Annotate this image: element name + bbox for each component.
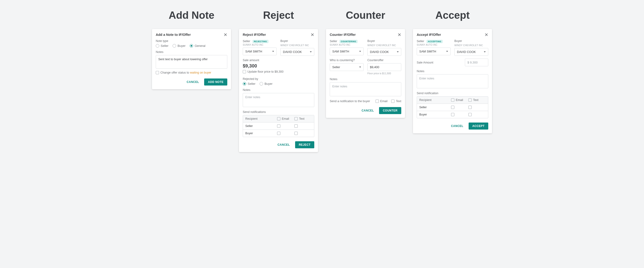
update-floor-label: Update floor price to $9,300 xyxy=(248,70,284,73)
seller-label: Seller xyxy=(330,40,337,43)
who-countering-select[interactable]: Seller xyxy=(330,63,364,71)
notif-seller-text-checkbox[interactable] xyxy=(294,124,298,128)
seller-selected: SAM SMITH xyxy=(245,50,262,53)
buyer-select[interactable]: DAVID COOK xyxy=(280,48,314,56)
chevron-down-icon xyxy=(310,51,312,53)
counteroffer-input[interactable]: $9,400 xyxy=(367,63,401,71)
rejected-by-buyer-radio[interactable]: Buyer xyxy=(260,82,272,85)
note-type-general-radio[interactable]: General xyxy=(190,44,205,48)
rejecting-badge: REJECTING xyxy=(252,40,268,43)
cancel-button[interactable]: CANCEL xyxy=(185,80,200,84)
cancel-button[interactable]: CANCEL xyxy=(276,143,291,147)
notif-buyer-email-checkbox[interactable] xyxy=(451,113,454,116)
buyer-selected: DAVID COOK xyxy=(370,50,389,54)
notes-textarea[interactable]: Enter notes xyxy=(417,74,488,88)
rejected-by-label: Rejected by xyxy=(243,77,314,81)
notify-email-label: Email xyxy=(380,100,388,103)
seller-select[interactable]: SAM SMITH xyxy=(243,48,277,55)
counter-button[interactable]: COUNTER xyxy=(379,107,401,114)
status-checkbox-prefix: Change offer status to xyxy=(160,71,190,74)
notes-textarea[interactable]: Enter notes xyxy=(330,82,401,96)
notify-text-label: Text xyxy=(396,100,401,103)
send-notification-label: Send a notification to the buyer xyxy=(330,100,370,103)
status-checkbox-highlight: waiting on buyer xyxy=(190,71,211,74)
floor-price-helper: Floor price is $11,500 xyxy=(367,72,401,75)
chevron-down-icon xyxy=(359,67,361,68)
accept-button[interactable]: ACCEPT xyxy=(468,122,488,129)
notif-buyer-text-checkbox[interactable] xyxy=(294,132,298,135)
column-title-accept: Accept xyxy=(413,9,492,21)
who-countering-selected: Seller xyxy=(332,65,340,69)
close-icon[interactable] xyxy=(224,33,227,37)
change-offer-status-checkbox[interactable]: Change offer status to waiting on buyer xyxy=(156,71,211,74)
buyer-label: Buyer xyxy=(280,39,314,43)
notif-email-all-checkbox[interactable] xyxy=(451,98,454,102)
note-type-label: Note type xyxy=(156,39,227,43)
reject-button[interactable]: REJECT xyxy=(295,141,314,148)
note-type-buyer-radio[interactable]: Buyer xyxy=(172,44,186,48)
notifications-table: Recipient Email Text Seller Buyer xyxy=(243,115,314,137)
radio-label: General xyxy=(194,44,205,48)
notif-col-text: Text xyxy=(473,98,478,102)
close-icon[interactable] xyxy=(484,33,488,37)
reject-title: Reject IF/Offer xyxy=(243,33,266,37)
notif-seller-email-checkbox[interactable] xyxy=(277,124,280,128)
add-note-button[interactable]: ADD NOTE xyxy=(204,78,227,85)
seller-org: SUNNY AUTO INC xyxy=(417,44,450,46)
notes-label: Notes xyxy=(330,78,401,81)
accept-title: Accept IF/Offer xyxy=(417,33,441,37)
notif-col-email: Email xyxy=(456,98,463,102)
notes-label: Notes xyxy=(243,88,314,92)
accepting-badge: ACCEPTING xyxy=(426,40,443,43)
radio-label: Seller xyxy=(248,82,255,85)
notif-seller-email-checkbox[interactable] xyxy=(451,106,454,109)
chevron-down-icon xyxy=(272,51,274,52)
radio-label: Buyer xyxy=(264,82,272,85)
column-title-reject: Reject xyxy=(239,9,318,21)
send-notifications-label: Send notifications xyxy=(243,110,314,114)
seller-select[interactable]: SAM SMITH xyxy=(330,48,364,55)
note-type-seller-radio[interactable]: Seller xyxy=(156,44,168,48)
notes-textarea[interactable]: Enter notes xyxy=(243,93,314,107)
update-floor-checkbox[interactable]: Update floor price to $9,300 xyxy=(243,70,284,73)
buyer-select[interactable]: DAVID COOK xyxy=(367,48,401,56)
column-title-add-note: Add Note xyxy=(152,9,231,21)
chevron-down-icon xyxy=(446,51,448,52)
notif-row-seller: Seller xyxy=(245,124,277,128)
close-icon[interactable] xyxy=(398,33,401,37)
accept-card: Accept IF/Offer Seller ACCEPTING SUNNY A… xyxy=(413,29,492,133)
notify-email-checkbox[interactable]: Email xyxy=(376,100,388,103)
counter-card: Counter IF/Offer Seller COUNTERING SUNNY… xyxy=(326,29,405,118)
notif-text-all-checkbox[interactable] xyxy=(294,117,298,120)
notif-buyer-email-checkbox[interactable] xyxy=(277,132,280,135)
rejected-by-seller-radio[interactable]: Seller xyxy=(243,82,255,85)
close-icon[interactable] xyxy=(310,33,314,37)
countering-badge: COUNTERING xyxy=(340,40,358,43)
buyer-select[interactable]: DAVID COOK xyxy=(454,48,488,56)
cancel-button[interactable]: CANCEL xyxy=(360,109,375,112)
notes-label: Notes xyxy=(417,70,488,73)
notif-email-all-checkbox[interactable] xyxy=(277,117,280,120)
notif-text-all-checkbox[interactable] xyxy=(468,98,472,102)
notes-textarea[interactable]: Sent text to buyer about lowering offer xyxy=(156,55,227,69)
notif-row-buyer: Buyer xyxy=(245,132,277,135)
notif-buyer-text-checkbox[interactable] xyxy=(468,113,472,116)
buyer-label: Buyer xyxy=(454,39,488,43)
seller-label: Seller xyxy=(417,40,424,43)
radio-label: Seller xyxy=(161,44,168,48)
notify-text-checkbox[interactable]: Text xyxy=(391,100,401,103)
who-countering-label: Who is countering? xyxy=(330,59,364,62)
notif-col-recipient: Recipient xyxy=(419,98,451,102)
buyer-selected: DAVID COOK xyxy=(457,50,476,54)
sale-amount-input[interactable]: $ 9,300 xyxy=(465,59,488,66)
notif-seller-text-checkbox[interactable] xyxy=(468,106,472,109)
chevron-down-icon xyxy=(359,51,361,52)
notif-col-recipient: Recipient xyxy=(245,117,277,120)
buyer-org: WINDY CHEVROLET INC xyxy=(454,44,488,47)
seller-org: SUNNY AUTO INC xyxy=(330,44,364,46)
cancel-button[interactable]: CANCEL xyxy=(450,124,465,128)
add-note-card: Add a Note to IF/Offer Note type Seller … xyxy=(152,29,231,89)
column-title-counter: Counter xyxy=(326,9,405,21)
seller-select[interactable]: SAM SMITH xyxy=(417,48,450,55)
sale-amount-label: Sale Amount xyxy=(417,61,433,64)
